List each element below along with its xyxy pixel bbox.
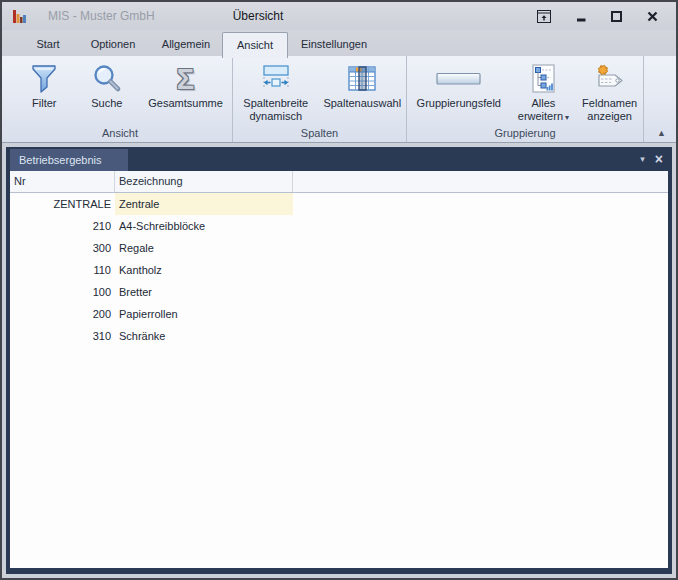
bezeichnung-cell[interactable]: Papierrollen <box>115 303 293 325</box>
column-width-label-1: Spaltenbreite <box>243 97 308 110</box>
total-sum-label: Gesamtsumme <box>148 97 223 110</box>
grouping-field-button[interactable]: Gruppierungsfeld <box>407 56 511 110</box>
table-row[interactable]: 310 Schränke <box>10 325 668 347</box>
nr-cell[interactable]: 300 <box>10 237 115 259</box>
group-caption-gruppierung: Gruppierung <box>407 127 643 139</box>
nr-cell[interactable]: ZENTRALE <box>10 193 115 215</box>
bezeichnung-cell[interactable]: Zentrale <box>115 193 293 215</box>
toggle-ribbon-button[interactable] <box>535 8 553 25</box>
column-header-bezeichnung[interactable]: Bezeichnung <box>115 171 293 192</box>
application-window: MIS - Muster GmbH Übersicht Start Option… <box>0 0 678 580</box>
field-names-label-2: anzeigen <box>587 110 632 123</box>
group-caption-spalten: Spalten <box>233 127 406 139</box>
sigma-icon: Σ <box>177 60 194 97</box>
table-row[interactable]: 100 Bretter <box>10 281 668 303</box>
ribbon-right-zone: ▲ <box>644 56 676 142</box>
maximize-button[interactable] <box>607 8 625 25</box>
filter-label: Filter <box>32 97 56 110</box>
grouping-field-label: Gruppierungsfeld <box>417 97 501 110</box>
bezeichnung-cell[interactable]: Schränke <box>115 325 293 347</box>
title-bar: MIS - Muster GmbH Übersicht <box>2 2 676 30</box>
table-row[interactable]: 210 A4-Schreibblöcke <box>10 215 668 237</box>
column-select-icon <box>345 60 379 97</box>
document-tab-betriebsergebnis[interactable]: Betriebsergebnis <box>10 149 128 171</box>
table-row[interactable]: ZENTRALE Zentrale <box>10 193 668 215</box>
field-names-label-1: Feldnamen <box>582 97 637 110</box>
dropdown-arrow-icon: ▾ <box>565 113 569 122</box>
filter-icon <box>28 60 60 97</box>
ribbon-tab-optionen[interactable]: Optionen <box>80 33 146 56</box>
column-width-icon <box>259 60 293 97</box>
toggle-ribbon-icon <box>537 10 551 23</box>
minimize-button[interactable] <box>572 8 590 25</box>
bezeichnung-cell[interactable]: A4-Schreibblöcke <box>115 215 293 237</box>
tab-list-dropdown-icon[interactable]: ▾ <box>640 154 645 164</box>
ribbon-tab-einstellungen[interactable]: Einstellungen <box>294 33 374 56</box>
search-label: Suche <box>91 97 122 110</box>
nr-cell[interactable]: 200 <box>10 303 115 325</box>
ribbon-tab-bar: Start Optionen Allgemein Ansicht Einstel… <box>2 30 676 56</box>
grid-header-row: Nr Bezeichnung <box>10 171 668 193</box>
nr-cell[interactable]: 310 <box>10 325 115 347</box>
filter-button[interactable]: Filter <box>14 56 75 110</box>
close-icon <box>646 10 659 23</box>
content-frame: Betriebsergebnis ▾ × Nr Bezeichnung ZENT… <box>6 147 672 574</box>
ribbon-tab-allgemein[interactable]: Allgemein <box>152 33 220 56</box>
nr-cell[interactable]: 100 <box>10 281 115 303</box>
ribbon-group-ansicht: Filter Suche Σ Gesamtsumme Ansicht <box>8 56 233 142</box>
nr-cell[interactable]: 110 <box>10 259 115 281</box>
collapse-ribbon-button[interactable]: ▲ <box>657 128 666 138</box>
field-names-button[interactable]: Feldnamen anzeigen <box>576 56 643 123</box>
column-select-button[interactable]: Spaltenauswahl <box>319 56 407 110</box>
close-button[interactable] <box>643 8 661 25</box>
grouping-field-icon <box>436 60 482 97</box>
expand-all-label-2: erweitern▾ <box>518 110 569 124</box>
table-row[interactable]: 300 Regale <box>10 237 668 259</box>
bezeichnung-cell[interactable]: Kantholz <box>115 259 293 281</box>
table-row[interactable]: 200 Papierrollen <box>10 303 668 325</box>
ribbon: Filter Suche Σ Gesamtsumme Ansicht <box>2 56 676 143</box>
nr-cell[interactable]: 210 <box>10 215 115 237</box>
column-header-nr[interactable]: Nr <box>10 171 115 192</box>
column-header-filler <box>293 171 668 192</box>
ribbon-tab-ansicht[interactable]: Ansicht <box>222 32 288 58</box>
search-button[interactable]: Suche <box>75 56 140 110</box>
ribbon-group-spalten: Spaltenbreite dynamisch <box>233 56 407 142</box>
bezeichnung-cell[interactable]: Bretter <box>115 281 293 303</box>
minimize-icon <box>575 10 588 23</box>
bezeichnung-cell[interactable]: Regale <box>115 237 293 259</box>
ribbon-tab-start[interactable]: Start <box>24 33 72 56</box>
window-title: MIS - Muster GmbH <box>48 2 155 30</box>
page-title: Übersicht <box>197 2 319 30</box>
column-width-button[interactable]: Spaltenbreite dynamisch <box>233 56 319 123</box>
table-row[interactable]: 110 Kantholz <box>10 259 668 281</box>
expand-all-icon <box>526 60 560 97</box>
expand-all-label-1: Alles <box>532 97 556 110</box>
field-names-icon <box>592 60 628 97</box>
total-sum-button[interactable]: Σ Gesamtsumme <box>139 56 232 110</box>
maximize-icon <box>610 10 623 23</box>
group-caption-ansicht: Ansicht <box>8 127 232 139</box>
expand-all-button[interactable]: Alles erweitern▾ <box>511 56 577 124</box>
app-logo-icon <box>12 7 28 25</box>
ribbon-group-gruppierung: Gruppierungsfeld <box>407 56 644 142</box>
search-icon <box>90 60 124 97</box>
column-width-label-2: dynamisch <box>249 110 302 123</box>
grid-panel: Nr Bezeichnung ZENTRALE Zentrale 210 A4-… <box>10 171 668 568</box>
tab-close-icon[interactable]: × <box>655 152 663 166</box>
column-select-label: Spaltenauswahl <box>323 97 401 110</box>
document-tab-strip: Betriebsergebnis ▾ × <box>6 147 672 171</box>
